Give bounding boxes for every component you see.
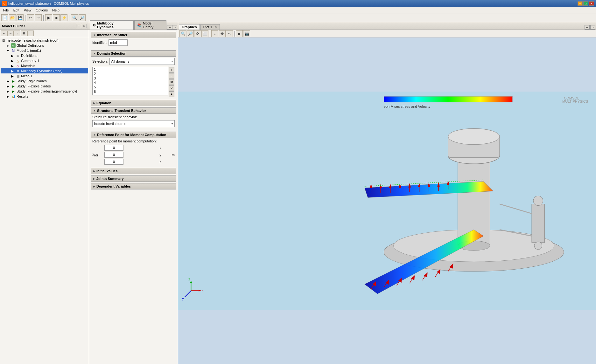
graphics-minimize[interactable]: ─ [585, 25, 590, 30]
section-reference-point[interactable]: ▼ Reference Point for Moment Computation [91, 132, 176, 138]
tree-mesh-label: Mesh 1 [21, 74, 32, 78]
tree-item-study-eigen[interactable]: ▶ ▶ Study: Flexible blades[Eigenfrequenc… [1, 89, 88, 94]
ref-table: x y z [103, 144, 169, 165]
tab-plot1-close[interactable]: ✕ [214, 25, 217, 29]
tree-expand[interactable]: ⊞ [21, 31, 27, 36]
identifier-input[interactable] [109, 39, 128, 46]
main-container: Model Builder ─ □ ← → ↑ ⊞ … 🖥 helicopter… [0, 22, 596, 364]
domain-clear-btn[interactable]: ✕ [169, 85, 174, 91]
domain-list: 1 2 3 4 5 6 7 8 [92, 67, 168, 95]
menu-edit[interactable]: Edit [11, 8, 21, 13]
toolbar-new[interactable]: 📄 [1, 14, 8, 21]
section-domain-selection[interactable]: ▼ Domain Selection [91, 50, 176, 57]
toolbar-zoom-out[interactable]: 🔎 [79, 14, 86, 21]
minimize-button[interactable]: ─ [578, 1, 583, 6]
tab-mbd-icon: ⚙ [93, 23, 96, 27]
domain-item-6[interactable]: 6 [93, 89, 168, 94]
domain-item-3[interactable]: 3 [93, 76, 168, 80]
toolbar-redo[interactable]: ↪ [35, 14, 42, 21]
section-structural-transient[interactable]: ▼ Structural Transient Behavior [91, 107, 176, 114]
tree-item-definitions[interactable]: ▶ ▦ Definitions [1, 53, 88, 58]
tree-forward[interactable]: → [7, 31, 14, 36]
tree-item-results[interactable]: ▶ 📊 Results [1, 94, 88, 99]
tree-more[interactable]: … [27, 31, 34, 36]
gfx-snapshot[interactable]: 📷 [243, 30, 250, 37]
domain-item-4[interactable]: 4 [93, 80, 168, 85]
section-equation[interactable]: ▶ Equation [91, 100, 176, 106]
menu-options[interactable]: Options [34, 8, 50, 13]
tree-model1-expand: ▼ [6, 48, 10, 53]
domain-remove-btn[interactable]: − [169, 73, 174, 79]
domain-paste-btn[interactable]: ⧉ [169, 79, 174, 85]
window-controls: ─ □ ✕ [578, 1, 594, 6]
gfx-rotate[interactable]: ↕ [211, 30, 218, 37]
tree-up[interactable]: ↑ [14, 31, 20, 36]
gfx-play[interactable]: ▶ [236, 30, 243, 37]
toolbar-open[interactable]: 📂 [9, 14, 16, 21]
tree-item-study-flex[interactable]: ▶ ▶ Study: Flexible blades [1, 84, 88, 89]
tree-item-study-rigid[interactable]: ▶ ▶ Study: Rigid blades [1, 79, 88, 84]
domain-item-7[interactable]: 7 [93, 94, 168, 95]
tree-mesh-icon: ▦ [16, 74, 20, 78]
svg-text:y: y [182, 297, 184, 300]
tree-item-materials[interactable]: ▶ ◇ Materials [1, 63, 88, 68]
toolbar-undo[interactable]: ↩ [27, 14, 34, 21]
menu-file[interactable]: File [1, 8, 11, 13]
init-arrow: ▶ [93, 170, 95, 173]
tree-item-mesh[interactable]: ▶ ▦ Mesh 1 [1, 73, 88, 79]
gfx-reset[interactable]: ⟳ [194, 30, 201, 37]
toolbar-zoom-in[interactable]: 🔍 [71, 14, 78, 21]
selection-dropdown[interactable]: All domains Manual [109, 58, 175, 65]
gfx-pan[interactable]: ✥ [219, 30, 226, 37]
section-interface-identifier[interactable]: ▼ Interface Identifier [91, 32, 176, 38]
menu-help[interactable]: Help [50, 8, 61, 13]
section-initial-values[interactable]: ▶ Initial Values [91, 168, 176, 174]
tab-plot1[interactable]: Plot 1 ✕ [200, 24, 220, 30]
menu-view[interactable]: View [22, 8, 33, 13]
tree-item-global-definitions[interactable]: ▶ G Global Definitions [1, 43, 88, 48]
interface-arrow: ▼ [93, 34, 96, 37]
section-dependent-variables[interactable]: ▶ Dependent Variables [91, 183, 176, 189]
joints-title: Joints Summary [96, 177, 124, 181]
tree-item-geometry[interactable]: ▶ △ Geometry 1 [1, 58, 88, 63]
domain-add-btn[interactable]: + [169, 67, 174, 73]
tab-multibody-dynamics[interactable]: ⚙ Multibody Dynamics [90, 20, 134, 30]
middle-panel-maximize[interactable]: □ [172, 25, 177, 30]
section-joints-summary[interactable]: ▶ Joints Summary [91, 175, 176, 182]
panel-minimize[interactable]: ─ [76, 24, 81, 28]
toolbar-run[interactable]: ▶ [45, 14, 52, 21]
ref-input-z[interactable] [104, 159, 123, 165]
gfx-zoom-in[interactable]: 🔍 [179, 30, 186, 37]
close-button[interactable]: ✕ [589, 1, 594, 6]
gfx-fit[interactable]: ⬜ [201, 30, 208, 37]
behavior-dropdown[interactable]: Include inertial terms Quasi-static Stat… [92, 120, 175, 127]
panel-maximize[interactable]: □ [82, 24, 87, 28]
tab-graphics[interactable]: Graphics [179, 24, 200, 30]
panel-controls: ─ □ [76, 24, 87, 28]
title-bar: C helicopter_swashplate.mph - COMSOL Mul… [0, 0, 596, 7]
tree-item-model1[interactable]: ▼ M Model 1 (mod1) [1, 48, 88, 53]
domain-item-5[interactable]: 5 [93, 85, 168, 89]
graphics-maximize[interactable]: □ [590, 25, 595, 30]
tree-geo-expand: ▶ [10, 58, 15, 63]
ref-input-x[interactable] [104, 145, 123, 151]
gfx-zoom-out[interactable]: 🔎 [187, 30, 194, 37]
toolbar-stop[interactable]: ■ [53, 14, 60, 21]
tree-mat-expand: ▶ [10, 64, 15, 68]
ref-input-y[interactable] [104, 152, 123, 158]
gfx-select[interactable]: ↖ [226, 30, 233, 37]
toolbar-save[interactable]: 💾 [17, 14, 24, 21]
toolbar-compute[interactable]: ⚡ [60, 14, 67, 21]
tree-item-mbd[interactable]: ▶ ⚙ Multibody Dynamics (mbd) [1, 68, 88, 73]
tab-model-library[interactable]: 📚 Model Library [134, 20, 167, 30]
domain-item-2[interactable]: 2 [93, 72, 168, 76]
tree-back[interactable]: ← [1, 31, 7, 36]
middle-panel-minimize[interactable]: ─ [167, 25, 172, 30]
main-toolbar: 📄 📂 💾 ↩ ↪ ▶ ■ ⚡ 🔍 🔎 [0, 13, 596, 22]
tree-item-root[interactable]: 🖥 helicopter_swashplate.mph (root) [1, 38, 88, 43]
domain-select-btn[interactable]: ✦ [169, 91, 174, 97]
maximize-button[interactable]: □ [583, 1, 588, 6]
domain-item-1[interactable]: 1 [93, 67, 168, 72]
svg-point-50 [534, 242, 542, 250]
tree-geo-icon: △ [16, 58, 20, 63]
